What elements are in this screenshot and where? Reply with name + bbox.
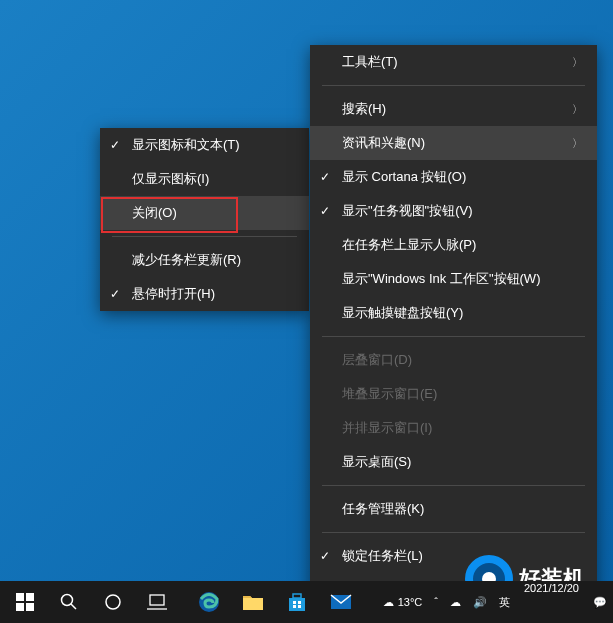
cortana-button[interactable] [92, 581, 134, 623]
menu-label: 显示 Cortana 按钮(O) [342, 168, 466, 186]
menu-item-show-desktop[interactable]: 显示桌面(S) [310, 445, 597, 479]
separator [322, 85, 585, 86]
check-icon: ✓ [110, 138, 120, 152]
svg-rect-13 [298, 601, 301, 604]
menu-label: 锁定任务栏(L) [342, 547, 423, 565]
menu-item-close[interactable]: 关闭(O) [100, 196, 309, 230]
separator [112, 236, 297, 237]
pinned-store[interactable] [276, 581, 318, 623]
volume-icon: 🔊 [473, 596, 487, 609]
menu-item-news-interests[interactable]: 资讯和兴趣(N) 〉 [310, 126, 597, 160]
menu-item-sidebyside: 并排显示窗口(I) [310, 411, 597, 445]
menu-label: 工具栏(T) [342, 53, 398, 71]
check-icon: ✓ [320, 170, 330, 184]
tray-ime[interactable]: 英 [493, 581, 516, 623]
folder-icon [242, 593, 264, 611]
menu-label: 堆叠显示窗口(E) [342, 385, 437, 403]
menu-item-icon-only[interactable]: 仅显示图标(I) [100, 162, 309, 196]
check-icon: ✓ [320, 549, 330, 563]
cloud-icon: ☁ [450, 596, 461, 609]
taskview-button[interactable] [136, 581, 178, 623]
check-icon: ✓ [320, 204, 330, 218]
taskbar-left [0, 581, 178, 623]
menu-item-show-cortana[interactable]: ✓ 显示 Cortana 按钮(O) [310, 160, 597, 194]
menu-item-toolbars[interactable]: 工具栏(T) 〉 [310, 45, 597, 79]
menu-item-reduce-updates[interactable]: 减少任务栏更新(R) [100, 243, 309, 277]
tray-overflow[interactable]: ˆ [428, 581, 444, 623]
tray-notifications[interactable]: 💬 [587, 581, 613, 623]
svg-point-6 [106, 595, 120, 609]
menu-label: 在任务栏上显示人脉(P) [342, 236, 476, 254]
svg-rect-0 [16, 593, 24, 601]
menu-label: 显示"Windows Ink 工作区"按钮(W) [342, 270, 540, 288]
menu-label: 显示触摸键盘按钮(Y) [342, 304, 463, 322]
menu-label: 任务管理器(K) [342, 500, 424, 518]
start-button[interactable] [4, 581, 46, 623]
svg-rect-1 [26, 593, 34, 601]
notification-icon: 💬 [593, 596, 607, 609]
menu-item-show-ink[interactable]: 显示"Windows Ink 工作区"按钮(W) [310, 262, 597, 296]
chevron-right-icon: 〉 [572, 136, 583, 151]
menu-label: 仅显示图标(I) [132, 170, 209, 188]
menu-label: 显示图标和文本(T) [132, 136, 240, 154]
menu-item-open-on-hover[interactable]: ✓ 悬停时打开(H) [100, 277, 309, 311]
mail-icon [330, 594, 352, 610]
menu-label: 搜索(H) [342, 100, 386, 118]
pinned-mail[interactable] [320, 581, 362, 623]
weather-widget[interactable]: ☁ 13°C [377, 581, 429, 623]
chevron-right-icon: 〉 [572, 102, 583, 117]
tray-volume[interactable]: 🔊 [467, 581, 493, 623]
tray-onedrive[interactable]: ☁ [444, 581, 467, 623]
taskview-icon [147, 594, 167, 610]
tray-clock[interactable]: 2021/12/20 [516, 581, 587, 623]
taskbar: ☁ 13°C ˆ ☁ 🔊 英 2021/12/20 💬 [0, 581, 613, 623]
menu-item-stacked: 堆叠显示窗口(E) [310, 377, 597, 411]
svg-rect-3 [26, 603, 34, 611]
svg-rect-11 [293, 594, 301, 598]
separator [322, 336, 585, 337]
windows-icon [16, 593, 34, 611]
svg-rect-2 [16, 603, 24, 611]
menu-label: 显示"任务视图"按钮(V) [342, 202, 473, 220]
menu-label: 减少任务栏更新(R) [132, 251, 241, 269]
svg-line-5 [71, 604, 76, 609]
menu-label: 资讯和兴趣(N) [342, 134, 425, 152]
menu-item-show-touch-kb[interactable]: 显示触摸键盘按钮(Y) [310, 296, 597, 330]
weather-text: 13°C [398, 596, 423, 608]
svg-rect-7 [150, 595, 164, 605]
svg-point-4 [62, 595, 73, 606]
menu-item-search[interactable]: 搜索(H) 〉 [310, 92, 597, 126]
menu-item-show-taskview[interactable]: ✓ 显示"任务视图"按钮(V) [310, 194, 597, 228]
store-icon [287, 592, 307, 612]
menu-item-task-manager[interactable]: 任务管理器(K) [310, 492, 597, 526]
menu-item-show-icon-text[interactable]: ✓ 显示图标和文本(T) [100, 128, 309, 162]
pinned-edge[interactable] [188, 581, 230, 623]
svg-rect-12 [293, 601, 296, 604]
submenu-news-interests: ✓ 显示图标和文本(T) 仅显示图标(I) 关闭(O) 减少任务栏更新(R) ✓… [100, 128, 309, 311]
menu-label: 层叠窗口(D) [342, 351, 412, 369]
menu-label: 关闭(O) [132, 204, 177, 222]
menu-label: 悬停时打开(H) [132, 285, 215, 303]
system-tray: ☁ 13°C ˆ ☁ 🔊 英 2021/12/20 💬 [377, 581, 613, 623]
weather-icon: ☁ [383, 596, 394, 609]
edge-icon [198, 591, 220, 613]
separator [322, 485, 585, 486]
chevron-up-icon: ˆ [434, 596, 438, 608]
menu-item-cascade: 层叠窗口(D) [310, 343, 597, 377]
menu-label: 并排显示窗口(I) [342, 419, 432, 437]
cortana-icon [104, 593, 122, 611]
search-icon [60, 593, 78, 611]
svg-rect-15 [298, 605, 301, 608]
check-icon: ✓ [110, 287, 120, 301]
ime-text: 英 [499, 595, 510, 610]
taskbar-context-menu: 工具栏(T) 〉 搜索(H) 〉 资讯和兴趣(N) 〉 ✓ 显示 Cortana… [310, 45, 597, 607]
menu-item-lock-taskbar[interactable]: ✓ 锁定任务栏(L) [310, 539, 597, 573]
svg-rect-14 [293, 605, 296, 608]
svg-rect-10 [289, 598, 305, 611]
separator [322, 532, 585, 533]
taskbar-pinned [184, 581, 362, 623]
menu-item-show-people[interactable]: 在任务栏上显示人脉(P) [310, 228, 597, 262]
search-button[interactable] [48, 581, 90, 623]
chevron-right-icon: 〉 [572, 55, 583, 70]
pinned-explorer[interactable] [232, 581, 274, 623]
